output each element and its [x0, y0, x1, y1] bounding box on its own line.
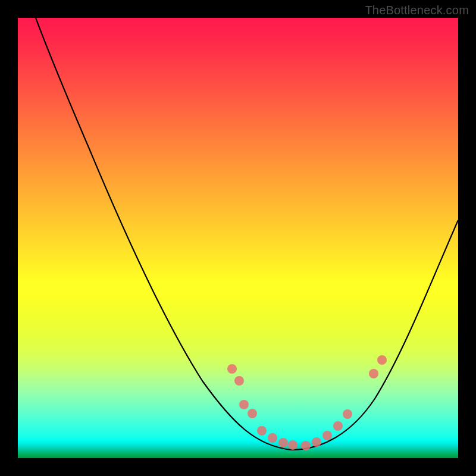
watermark-label: TheBottleneck.com	[365, 4, 469, 17]
plot-area	[18, 18, 458, 458]
bottleneck-curve	[36, 18, 458, 450]
data-point	[301, 441, 311, 450]
data-point	[234, 376, 244, 386]
data-point	[257, 426, 267, 436]
data-point	[227, 364, 237, 374]
data-points	[227, 355, 387, 450]
data-point	[278, 438, 288, 447]
curve-layer	[18, 18, 458, 458]
data-point	[333, 421, 343, 431]
data-point	[239, 400, 249, 409]
data-point	[369, 369, 378, 378]
chart-frame: TheBottleneck.com	[0, 0, 476, 476]
data-point	[248, 409, 257, 418]
data-point	[377, 355, 387, 365]
data-point	[268, 433, 277, 443]
data-point	[288, 440, 298, 450]
data-point	[343, 409, 352, 419]
data-point	[312, 437, 321, 447]
data-point	[322, 431, 332, 440]
